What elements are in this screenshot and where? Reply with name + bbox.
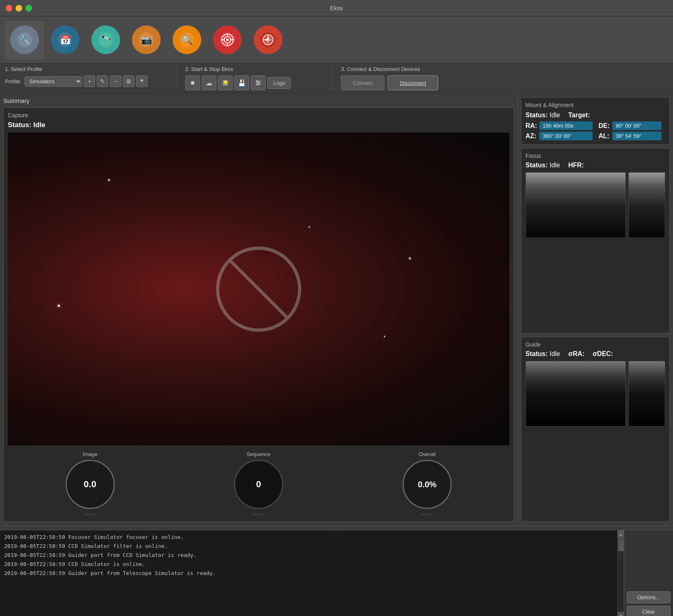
focus-status-label: Status: [525,162,548,169]
svg-text:📅: 📅 [59,34,71,46]
scroll-up-button[interactable]: ▲ [618,530,624,538]
focus-status: Status: Idle [525,162,560,169]
sequence-progress: Sequence 0 --:--:-- [234,451,283,517]
mount-status: Status: Idle [525,112,560,119]
log-entry-1: 2019-06-05T22:58:59 Focuser Simulator fo… [4,533,613,542]
mount-panel: Mount & Alignment Status: Idle Target: R… [521,97,670,145]
mount-az-label: AZ: [525,132,537,140]
close-button[interactable] [6,5,12,11]
connect-button[interactable]: Connect [341,75,384,90]
mount-al-label: AL: [598,132,610,140]
profile-row: Profile: Simulators + ✎ − ⊞ [5,75,168,87]
start-stop-row: ■ ☁ 💡 💾 Logs [185,75,324,90]
add-profile-button[interactable]: + [84,75,95,87]
svg-text:🔍: 🔍 [181,34,193,46]
minimize-button[interactable] [16,5,22,11]
log-entry-4: 2019-06-05T22:58:59 CCD Simulator is onl… [4,560,613,569]
mount-az-row: AZ: 360° 00' 00" AL: 39° 54' 59" [525,132,665,140]
connect-section-label: 3. Connect & Disconnect Devices [341,66,660,72]
svg-text:📷: 📷 [141,34,152,46]
profile-section: 1. Select Profile Profile: Simulators + … [5,66,177,87]
mount-status-value: Idle [550,112,560,119]
mount-target: Target: [568,112,590,119]
log-text[interactable]: 2019-06-05T22:58:59 Focuser Simulator fo… [0,530,617,616]
log-buttons: Options... Clear [624,530,673,616]
progress-section: Image 0.0 --:--:-- Sequence 0 --:--:-- [8,451,509,517]
mount-status-row: Status: Idle Target: [525,112,665,119]
log-entry-3: 2019-06-05T22:58:59 Guider port from CCD… [4,551,613,560]
capture-tool-button[interactable]: 📷 [127,21,166,59]
focus-panel: Focus Status: Idle HFR: [521,148,670,333]
logs-button[interactable]: Logs [267,77,291,89]
bulb-button[interactable]: 💡 [218,75,233,90]
guide-status: Status: Idle [525,350,560,358]
guide-sigma-ra-label: σRA: [568,350,584,357]
log-area: · · · · · 2019-06-05T22:58:59 Focuser Si… [0,526,673,616]
log-scrollbar[interactable]: ▲ ▼ [617,530,624,616]
log-resize-handle[interactable]: · · · · · [0,526,673,530]
remove-profile-button[interactable]: − [110,75,121,87]
cloud-button[interactable]: ☁ [202,75,216,90]
profile-label: Profile: [5,78,21,84]
guide-graph-main [525,361,626,427]
focus-graphs [525,172,665,238]
image-circle: 0.0 [66,460,115,509]
grid-profile-button[interactable]: ⊞ [123,75,134,87]
svg-text:🔧: 🔧 [19,34,30,46]
scroll-down-button[interactable]: ▼ [618,612,624,616]
right-panel: Mount & Alignment Status: Idle Target: R… [517,93,673,526]
stop-button[interactable]: ■ [185,75,200,90]
log-entry-2: 2019-06-05T22:58:59 CCD Simulator filter… [4,542,613,551]
resize-dots: · · · · · [326,526,347,530]
align-tool-button[interactable]: 🔭 [86,21,125,59]
mount-ra-label: RA: [525,122,537,130]
svg-point-25 [267,39,269,41]
focus-title: Focus [525,153,665,159]
image-time: --:--:-- [84,511,96,517]
window-title: Ekos [330,5,343,11]
svg-point-32 [258,82,260,84]
guide-sigma-ra: σRA: [568,350,584,358]
guide-status-value: Idle [550,350,560,357]
guide-panel: Guide Status: Idle σRA: σDEC: [521,337,670,522]
settings-tool-button[interactable]: 🔧 [5,21,44,59]
scheduler-tool-button[interactable]: 📅 [45,21,84,59]
focus-hfr: HFR: [568,162,584,169]
mount-tool-button[interactable] [248,21,287,59]
guide-graphs [525,361,665,427]
sliders-button[interactable] [251,75,266,90]
main-toolbar: 🔧 📅 🔭 📷 [0,16,673,64]
main-area: Summary Capture Status: Idle [0,93,673,526]
settings-profile-button[interactable] [136,75,148,87]
mount-al-value: 39° 54' 59" [612,132,662,140]
edit-profile-button[interactable]: ✎ [97,75,108,87]
overall-label: Overall [419,451,436,457]
guide-status-row: Status: Idle σRA: σDEC: [525,350,665,358]
summary-panel: Summary Capture Status: Idle [0,93,517,526]
scroll-track [618,538,624,612]
focus-tool-button[interactable]: 🔍 [167,21,206,59]
mount-target-label: Target: [568,112,590,119]
disconnect-button[interactable]: Disconnect [388,75,438,90]
connect-section: 3. Connect & Disconnect Devices Connect … [333,66,668,90]
guide-status-label: Status: [525,350,548,357]
profile-section-label: 1. Select Profile [5,66,168,72]
image-label: Image [83,451,98,457]
clear-button[interactable]: Clear [627,606,671,616]
mount-ra-value: 15h 40m 00s [539,121,593,130]
options-button[interactable]: Options... [627,591,671,603]
image-progress: Image 0.0 --:--:-- [66,451,115,517]
maximize-button[interactable] [25,5,32,11]
profile-select[interactable]: Simulators [25,76,82,87]
sequence-label: Sequence [247,451,271,457]
connect-row: Connect Disconnect [341,75,660,90]
guide-tool-button[interactable] [208,21,247,59]
save-button[interactable]: 💾 [234,75,249,90]
sequence-circle: 0 [234,460,283,509]
svg-point-31 [256,80,258,82]
capture-image-area [8,132,509,445]
scroll-thumb[interactable] [618,539,624,551]
overall-circle: 0.0% [402,460,452,509]
window-controls[interactable] [6,5,32,11]
guide-sigma-dec-label: σDEC: [593,350,613,357]
